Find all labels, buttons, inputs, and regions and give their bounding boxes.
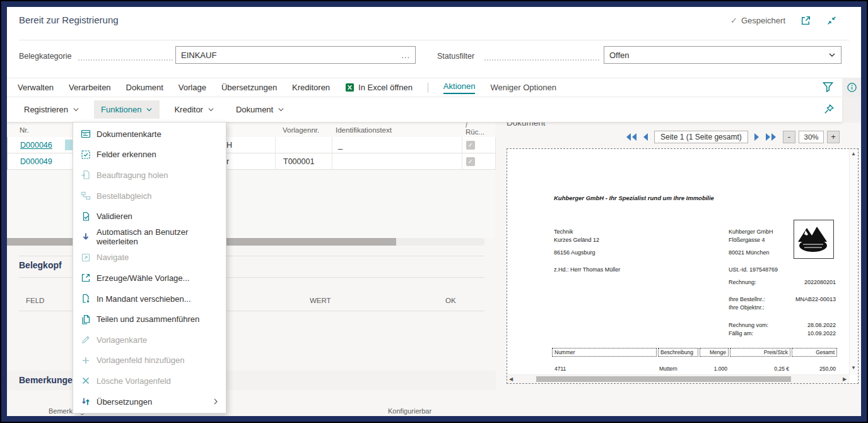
chevron-down-icon [208,106,214,113]
menu-item-felder-erkennen[interactable]: Felder erkennen [73,145,226,165]
recipient-line: Technik [554,229,573,235]
menu-item-vorlagenfeld-hinzufuegen[interactable]: Vorlagenfeld hinzufügen [73,350,226,371]
invoice-cell: 4711 [554,366,566,372]
first-page-icon[interactable] [625,132,638,142]
info-icon[interactable] [842,78,861,97]
invoice-cell: 0,25 € [730,366,789,372]
scroll-up-icon[interactable]: ▲ [851,151,856,157]
zoom-level: 30% [799,131,824,143]
toolbar-dokument[interactable]: Dokument [229,100,291,119]
col-identifikationstext[interactable]: Identifikationstext [336,126,392,134]
menu-item-uebersetzungen[interactable]: Übersetzungen [73,391,226,412]
scrollbar-thumb[interactable] [536,376,791,382]
menu-uebersetzungen[interactable]: Übersetzungen [221,83,277,92]
col-wert[interactable]: WERT [310,297,331,304]
page-title: Bereit zur Registrierung [19,15,119,25]
menu-item-navigate[interactable]: Navigate [73,247,226,268]
belegkopf-title: Belegkopf [19,260,62,270]
assist-edit-button[interactable]: ... [401,51,410,60]
menu-item-erzeuge-waehle-vorlage[interactable]: Erzeuge/Wähle Vorlage... [73,268,226,289]
invoice-col-beschreibung: Beschreibung [658,348,698,357]
menu-item-validieren[interactable]: Validieren [73,206,226,227]
menu-item-loesche-vorlagenfeld[interactable]: Lösche Vorlagenfeld [73,371,226,391]
document-card-icon [81,129,91,139]
page-indicator: Seite 1 (1 Seite gesamt) [654,131,748,143]
status-select[interactable]: Offen [604,46,842,64]
sub-toolbar: Registrieren Funktionen Kreditor Dokumen… [7,97,842,122]
invoice-col-menge: Menge [700,348,729,357]
col-vorlagennr[interactable]: Vorlagennr. [283,126,319,134]
invoice-meta-row: Rechnung vom:28.08.2022 [729,322,836,328]
zoom-controls: - 30% + [783,131,840,143]
menu-weniger-optionen[interactable]: Weniger Optionen [490,83,556,92]
menu-aktionen[interactable]: Aktionen [443,81,476,94]
collapse-window-icon[interactable] [826,15,837,26]
scroll-right-icon[interactable]: ▶ [843,376,847,382]
toolbar-registrieren[interactable]: Registrieren [17,100,86,119]
pin-icon[interactable] [823,104,835,115]
recipient-line: 86156 Augsburg [554,249,595,256]
menu-kreditoren[interactable]: Kreditoren [292,83,330,92]
document-preview: Kuhberger GmbH - Ihr Spezialist rund um … [507,148,859,384]
covered-text-fragment: r [226,157,229,166]
menu-vorlage[interactable]: Vorlage [179,83,206,92]
menu-verarbeiten[interactable]: Verarbeiten [69,83,111,92]
toolbar-notch [840,97,861,122]
menu-item-in-mandant-verschieben[interactable]: In Mandant verschieben... [73,289,226,309]
menu-verwalten[interactable]: Verwalten [18,83,54,92]
menu-item-dokumentenkarte[interactable]: Dokumentenkarte [73,124,226,145]
menu-item-automatisch-weiterleiten[interactable]: Automatisch an Benutzer weiterleiten [73,227,226,247]
validate-icon [81,212,91,222]
col-nr[interactable]: Nr. [20,126,29,134]
toolbar-funktionen[interactable]: Funktionen [94,100,160,119]
open-in-excel-button[interactable]: In Excel öffnen [345,83,413,92]
invoice-meta-row: Ihre Objektnr.: [729,304,836,311]
zoom-out-button[interactable]: - [783,131,795,143]
document-link[interactable]: D000049 [20,157,52,166]
scroll-left-icon[interactable]: ◀ [509,376,513,382]
status-dots [484,59,599,61]
preview-horizontal-scrollbar[interactable]: ◀ ▶ [507,374,850,383]
menu-item-beauftragung-holen[interactable]: Beauftragung holen [73,165,226,186]
col-rueck[interactable]: / Rüc... [466,122,484,135]
filter-funnel-icon[interactable] [822,81,835,93]
menu-dokument[interactable]: Dokument [126,83,163,92]
popout-window-icon[interactable] [801,15,811,26]
next-page-icon[interactable] [751,132,761,142]
col-ok[interactable]: OK [445,297,456,304]
add-template-field-icon [81,355,91,366]
order-match-icon [81,191,91,201]
rueck-checkbox-checked[interactable]: ✓ [466,157,475,166]
category-label: Belegkategorie [19,52,71,61]
scroll-down-icon[interactable]: ▼ [851,365,856,371]
chevron-down-icon [73,106,79,113]
last-page-icon[interactable] [765,132,777,142]
previous-page-icon[interactable] [641,132,651,142]
recipient-line: Kurzes Geländ 12 [554,237,599,243]
invoice-headline: Kuhberger GmbH - Ihr Spezialist rund um … [554,194,714,201]
document-link[interactable]: D000046 [20,141,52,150]
chevron-down-icon [278,106,284,113]
navigate-icon [81,253,91,263]
preview-vertical-scrollbar[interactable]: ▲ ▼ [849,149,858,375]
col-feld[interactable]: FELD [26,297,44,304]
ident-cell: _ [338,141,343,150]
menu-item-teilen-und-zusammenfuehren[interactable]: Teilen und zusammenführen [73,309,226,330]
menu-item-vorlagenkarte[interactable]: Vorlagenkarte [73,330,226,350]
invoice-cell: 250,00 [792,366,836,372]
rueck-checkbox-checked[interactable]: ✓ [466,141,475,150]
sender-line: Flößergasse 4 [729,237,765,243]
toolbar-kreditor[interactable]: Kreditor [167,100,221,119]
menu-item-bestellabgleich[interactable]: Bestellabgleich [73,186,226,206]
invoice-col-gesamt: Gesamt [792,348,837,357]
vorlagennr-cell: T000001 [283,157,314,166]
forward-user-icon [81,232,91,242]
zoom-in-button[interactable]: + [827,131,840,143]
category-field[interactable]: EINKAUF ... [175,46,416,64]
header-divider [19,40,849,40]
invoice-meta-row: Fällig am:10.09.2022 [729,330,836,337]
col-konfigurierbar[interactable]: Konfigurierbar [388,407,431,415]
invoice-cell: 1.000 [700,366,727,372]
window-frame: Bereit zur Registrierung ✓ Gespeichert B… [1,1,867,422]
invoice-page: Kuhberger GmbH - Ihr Spezialist rund um … [507,149,858,383]
